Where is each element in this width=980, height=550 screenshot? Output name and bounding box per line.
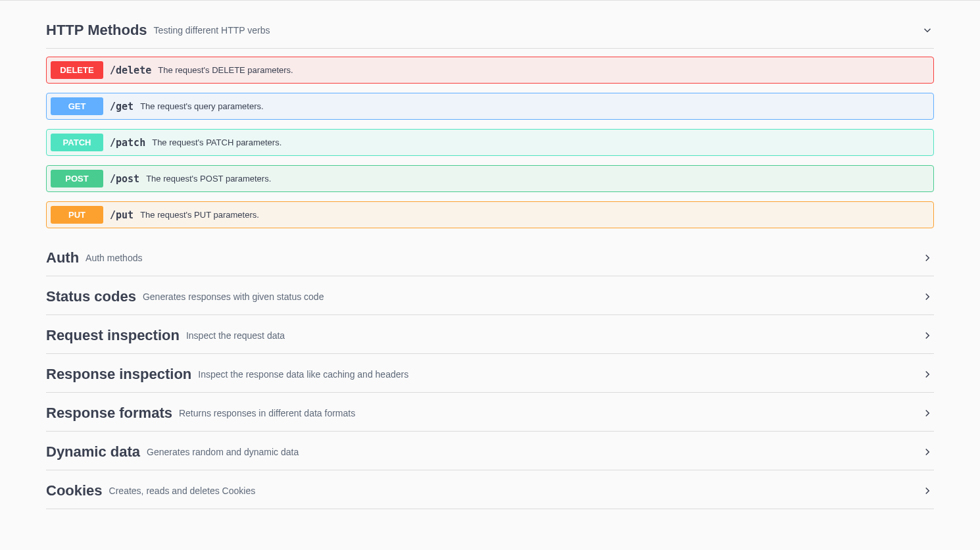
operation-patch[interactable]: PATCH /patch The request's PATCH paramet… [46, 129, 934, 156]
section-title: Dynamic data [46, 443, 140, 461]
section-title: Cookies [46, 482, 103, 499]
section-desc: Creates, reads and deletes Cookies [109, 486, 256, 496]
section-header-auth[interactable]: Auth Auth methods [46, 238, 934, 276]
section-header-response-inspection[interactable]: Response inspection Inspect the response… [46, 354, 934, 393]
operation-summary: The request's query parameters. [140, 101, 263, 111]
method-badge: PUT [51, 206, 103, 224]
chevron-down-icon [921, 24, 934, 37]
section-desc: Generates random and dynamic data [147, 447, 299, 457]
chevron-right-icon [921, 290, 934, 303]
api-docs-container: HTTP Methods Testing different HTTP verb… [39, 1, 941, 509]
section-title: HTTP Methods [46, 22, 147, 39]
section-desc: Generates responses with given status co… [143, 291, 324, 302]
section-header-cookies[interactable]: Cookies Creates, reads and deletes Cooki… [46, 470, 934, 509]
chevron-right-icon [921, 329, 934, 342]
section-desc: Testing different HTTP verbs [154, 25, 270, 36]
operation-get[interactable]: GET /get The request's query parameters. [46, 93, 934, 120]
operation-delete[interactable]: DELETE /delete The request's DELETE para… [46, 57, 934, 84]
section-title: Response inspection [46, 366, 191, 383]
section-title: Auth [46, 249, 79, 266]
operation-summary: The request's PUT parameters. [140, 210, 259, 220]
chevron-right-icon [921, 251, 934, 264]
operation-summary: The request's PATCH parameters. [152, 138, 282, 147]
operation-path: /post [110, 173, 139, 185]
method-badge: PATCH [51, 134, 103, 151]
operation-summary: The request's DELETE parameters. [158, 65, 293, 75]
method-badge: POST [51, 170, 103, 188]
section-desc: Auth methods [86, 253, 142, 263]
section-title: Status codes [46, 288, 136, 305]
method-badge: GET [51, 97, 103, 115]
section-header-http-methods[interactable]: HTTP Methods Testing different HTTP verb… [46, 1, 934, 49]
section-header-status-codes[interactable]: Status codes Generates responses with gi… [46, 276, 934, 315]
section-desc: Inspect the request data [186, 330, 285, 341]
operation-path: /get [110, 101, 134, 113]
chevron-right-icon [921, 445, 934, 459]
operation-path: /delete [110, 64, 151, 76]
operation-path: /patch [110, 137, 145, 149]
method-badge: DELETE [51, 61, 103, 79]
section-title: Request inspection [46, 327, 180, 344]
section-header-response-formats[interactable]: Response formats Returns responses in di… [46, 393, 934, 432]
chevron-right-icon [921, 484, 934, 497]
section-title: Response formats [46, 405, 172, 422]
operation-post[interactable]: POST /post The request's POST parameters… [46, 165, 934, 192]
chevron-right-icon [921, 407, 934, 420]
section-desc: Inspect the response data like caching a… [198, 369, 408, 380]
section-header-dynamic-data[interactable]: Dynamic data Generates random and dynami… [46, 432, 934, 470]
operation-list-http-methods: DELETE /delete The request's DELETE para… [46, 57, 934, 228]
operation-summary: The request's POST parameters. [146, 174, 271, 184]
operation-put[interactable]: PUT /put The request's PUT parameters. [46, 201, 934, 228]
operation-path: /put [110, 209, 134, 221]
chevron-right-icon [921, 368, 934, 381]
section-header-request-inspection[interactable]: Request inspection Inspect the request d… [46, 315, 934, 354]
section-desc: Returns responses in different data form… [179, 408, 355, 418]
